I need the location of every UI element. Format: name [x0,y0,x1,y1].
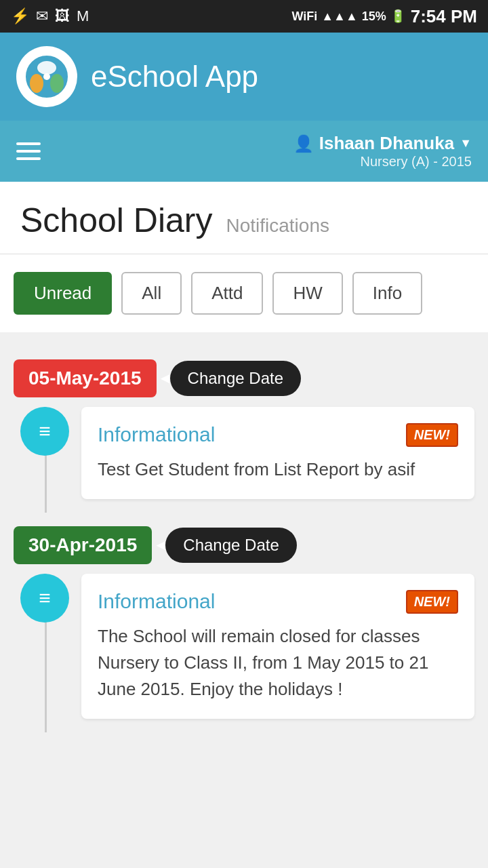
list-icon-2: ≡ [39,587,51,610]
date-section-2: 30-Apr-2015 Change Date ≡ Informational … [14,526,474,732]
filter-hw[interactable]: HW [272,272,342,315]
hamburger-menu[interactable] [16,142,41,160]
timeline-2: ≡ Informational NEW! The School will rem… [14,574,474,732]
filter-all[interactable]: All [121,272,182,315]
wifi-icon: WiFi [291,9,317,24]
app-title: eSchool App [91,60,258,94]
gmail-icon: M [77,7,89,25]
user-name: Ishaan Dhanuka [319,133,454,154]
battery-icon: 🔋 [390,9,405,24]
timeline-item-1: ≡ Informational NEW! Test Get Student fr… [14,407,474,513]
timeline-dot-2: ≡ [20,574,69,623]
date-badge-2: 30-Apr-2015 [14,526,152,564]
app-logo [16,46,77,107]
app-header: eSchool App [0,33,488,121]
filter-info[interactable]: Info [352,272,422,315]
card-header-1: Informational NEW! [98,423,458,447]
change-date-button-2[interactable]: Change Date [165,528,296,563]
filter-unread[interactable]: Unread [14,272,112,315]
card-1: Informational NEW! Test Get Student from… [81,407,474,499]
date-badge-1: 05-May-2015 [14,359,157,397]
signal-icon: ▲▲▲ [321,9,357,24]
user-icon: 👤 [293,134,314,153]
page-title: School Diary [20,201,212,240]
list-icon-1: ≡ [39,420,51,443]
mail-icon: ✉ [36,7,48,25]
svg-point-2 [30,74,43,93]
usb-icon: ⚡ [11,7,29,25]
status-bar: ⚡ ✉ 🖼 M WiFi ▲▲▲ 15% 🔋 7:54 PM [0,0,488,33]
sub-header: 👤 Ishaan Dhanuka ▼ Nursery (A) - 2015 [0,121,488,182]
page-title-bar: School Diary Notifications [0,182,488,254]
change-date-button-1[interactable]: Change Date [170,361,301,396]
new-badge-2: NEW! [406,590,458,614]
main-content: 05-May-2015 Change Date ≡ Informational … [0,332,488,746]
svg-point-4 [43,73,50,80]
timeline-dot-1: ≡ [20,407,69,456]
card-header-2: Informational NEW! [98,590,458,614]
date-section-1: 05-May-2015 Change Date ≡ Informational … [14,359,474,513]
card-2: Informational NEW! The School will remai… [81,574,474,719]
new-badge-1: NEW! [406,423,458,447]
status-time: 7:54 PM [411,6,477,27]
svg-point-1 [37,61,56,75]
timeline-1: ≡ Informational NEW! Test Get Student fr… [14,407,474,513]
dropdown-arrow-icon: ▼ [460,136,472,151]
battery-text: 15% [362,9,386,24]
filter-attd[interactable]: Attd [191,272,263,315]
user-info[interactable]: 👤 Ishaan Dhanuka ▼ Nursery (A) - 2015 [293,133,472,170]
card-type-1: Informational [98,423,215,446]
status-left-icons: ⚡ ✉ 🖼 M [11,7,89,25]
card-body-1: Test Get Student from List Report by asi… [98,456,458,483]
user-class: Nursery (A) - 2015 [361,154,472,170]
image-icon: 🖼 [55,7,70,25]
filter-bar: Unread All Attd HW Info [0,254,488,332]
page-subtitle: Notifications [226,215,329,237]
status-right-icons: WiFi ▲▲▲ 15% 🔋 7:54 PM [291,6,477,27]
card-type-2: Informational [98,590,215,613]
svg-point-3 [50,74,64,93]
date-header-1: 05-May-2015 Change Date [14,359,474,397]
timeline-item-2: ≡ Informational NEW! The School will rem… [14,574,474,732]
date-header-2: 30-Apr-2015 Change Date [14,526,474,564]
card-body-2: The School will remain closed for classe… [98,623,458,703]
